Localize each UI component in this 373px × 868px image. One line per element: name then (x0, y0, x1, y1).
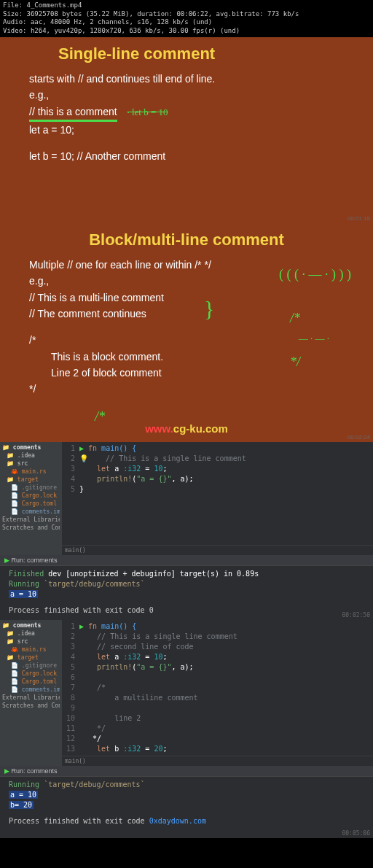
slide2-line3: // This is a multi-line comment (29, 290, 358, 306)
ide-panel-1: 📁 comments 📁 .idea 📁 src 🦀 main.rs 📁 tar… (0, 442, 373, 555)
meta-video: Video: h264, yuv420p, 1280x720, 636 kb/s… (3, 27, 370, 36)
folder-src-2[interactable]: 📁 src (2, 638, 60, 646)
run2-timestamp: 00:05:06 (342, 830, 370, 837)
run-icon: ▶ (4, 557, 9, 564)
folder-target-2[interactable]: 📁 target (2, 654, 60, 662)
project-root-2[interactable]: 📁 comments (2, 621, 60, 629)
ide-panel-2: 📁 comments 📁 .idea 📁 src 🦀 main.rs 📁 tar… (0, 620, 373, 766)
scribble-star2: */ (290, 354, 300, 370)
slide2-timestamp: 00:02:24 (348, 434, 370, 441)
external-libraries-2[interactable]: External Libraries (2, 694, 60, 702)
folder-src[interactable]: 📁 src (2, 460, 60, 468)
run1-output: a = 10 (9, 590, 38, 598)
slide1-line2: e.g., (29, 87, 358, 103)
slide1-timestamp: 00:01:18 (348, 215, 370, 222)
scratches-2[interactable]: Scratches and Con (2, 702, 60, 710)
folder-idea-2[interactable]: 📁 .idea (2, 629, 60, 638)
run2-exit: Process finished with exit code 0xdaydow… (9, 816, 364, 826)
run1-timestamp: 00:02:50 (342, 612, 370, 619)
meta-size: Size: 36925708 bytes (35.22 MiB), durati… (3, 10, 370, 19)
meta-file: File: 4_Comments.mp4 (3, 1, 370, 10)
folder-idea[interactable]: 📁 .idea (2, 452, 60, 460)
slide2-line8: */ (29, 381, 358, 397)
file-cargo-toml[interactable]: 📄 Cargo.toml (2, 500, 60, 508)
slide2-title: Block/multi-line comment (15, 230, 358, 249)
ide2-editor[interactable]: 12345678910111213 ▶ fn main() { // This … (62, 620, 373, 756)
scribble-star1: /* (290, 311, 300, 326)
file-gitignore[interactable]: 📄 .gitignore (2, 484, 60, 492)
file-gitignore-2[interactable]: 📄 .gitignore (2, 662, 60, 670)
file-metadata: File: 4_Comments.mp4 Size: 36925708 byte… (0, 0, 373, 37)
watermark-red: www. (145, 422, 173, 435)
bottom-watermark: 0xdaydown.com (149, 817, 206, 825)
slide1-line4: let a = 10; (29, 122, 358, 138)
ide2-gutter: 12345678910111213 (65, 621, 79, 754)
slide2-watermark: www.cg-ku.com (0, 419, 373, 438)
run2-output1: a = 10 (9, 791, 38, 799)
ide1-editor[interactable]: 12345 ▶ fn main() { 💡 // This is a singl… (62, 442, 373, 545)
file-main-rs[interactable]: 🦀 main.rs (2, 468, 60, 476)
slide2-line6: This is a block comment. (29, 349, 358, 365)
run-icon-2: ▶ (4, 767, 9, 775)
ide2-sidebar[interactable]: 📁 comments 📁 .idea 📁 src 🦀 main.rs 📁 tar… (0, 620, 62, 766)
scribble-dash: — · — · (299, 333, 329, 344)
folder-target[interactable]: 📁 target (2, 476, 60, 484)
ide1-code[interactable]: ▶ fn main() { 💡 // This is a single line… (79, 443, 370, 543)
slide1-content: starts with // and continues till end of… (15, 71, 358, 165)
scratches[interactable]: Scratches and Con (2, 524, 60, 532)
file-iml-2[interactable]: 📄 comments.iml (2, 686, 60, 694)
meta-audio: Audio: aac, 48000 Hz, 2 channels, s16, 1… (3, 18, 370, 27)
ide2-code[interactable]: ▶ fn main() { // This is a single line c… (79, 621, 370, 754)
file-cargo-lock-2[interactable]: 📄 Cargo.lock (2, 670, 60, 678)
scribble-parens: ( ( ( · — · ) ) ) (279, 267, 351, 282)
file-cargo-toml-2[interactable]: 📄 Cargo.toml (2, 678, 60, 686)
slide1-scribble: · let b = 10 (127, 106, 168, 117)
file-cargo-lock[interactable]: 📄 Cargo.lock (2, 492, 60, 500)
ide1-gutter: 12345 (65, 443, 79, 543)
watermark-yellow: cg-ku.com (173, 422, 228, 435)
slide-block-comment: Block/multi-line comment Multiple // one… (0, 223, 373, 442)
external-libraries[interactable]: External Libraries (2, 516, 60, 524)
project-root[interactable]: 📁 comments (2, 443, 60, 452)
ide2-breadcrumb: main() (62, 756, 373, 766)
slide2-line7: Line 2 of block comment (29, 365, 358, 381)
run2-output2: b= 20 (9, 801, 34, 809)
run1-header[interactable]: ▶ Run: comments (0, 555, 373, 565)
slide-single-line-comment: Single-line comment starts with // and c… (0, 37, 373, 223)
run1-exit: Process finished with exit code 0 (9, 605, 364, 616)
slide1-line5: let b = 10; // Another comment (29, 148, 358, 164)
slide1-line3: // this is a comment (29, 104, 117, 122)
run2-panel: Running `target/debug/comments` a = 10 b… (0, 776, 373, 838)
ide1-sidebar[interactable]: 📁 comments 📁 .idea 📁 src 🦀 main.rs 📁 tar… (0, 442, 62, 555)
file-iml[interactable]: 📄 comments.iml (2, 508, 60, 516)
ide1-breadcrumb: main() (62, 545, 373, 555)
slide2-line4: // The comment continues (29, 306, 358, 322)
file-main-rs-2[interactable]: 🦀 main.rs (2, 646, 60, 654)
slide1-title: Single-line comment (15, 44, 358, 63)
slide1-line1: starts with // and continues till end of… (29, 71, 358, 87)
run1-panel: Finished dev [unoptimized + debuginfo] t… (0, 565, 373, 620)
run2-header[interactable]: ▶ Run: comments (0, 766, 373, 776)
scribble-bracket: } (204, 296, 214, 321)
